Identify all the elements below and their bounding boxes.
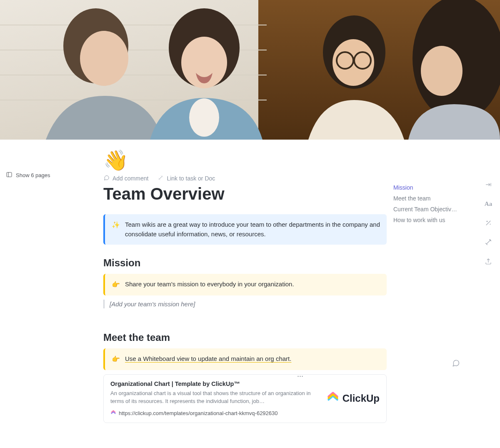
pointing-right-icon: 👉 (112, 280, 120, 290)
template-button[interactable] (483, 237, 493, 247)
bookmark-card[interactable]: Organizational Chart | Template by Click… (103, 374, 387, 423)
main-content: 👋 Add comment Link to task or Doc Team O… (103, 140, 393, 440)
cover-image (0, 0, 500, 140)
wand-icon (158, 175, 164, 182)
clickup-brand-text: ClickUp (342, 393, 380, 404)
meet-team-callout-text[interactable]: Use a Whiteboard view to update and main… (125, 354, 291, 364)
bookmark-url: https://clickup.com/templates/organizati… (119, 410, 278, 416)
comment-icon (103, 175, 110, 182)
export-button[interactable] (483, 256, 493, 266)
meet-team-callout: 👉 Use a Whiteboard view to update and ma… (103, 348, 387, 370)
bookmark-title: Organizational Chart | Template by Click… (110, 380, 319, 387)
svg-point-7 (80, 31, 128, 86)
floating-comment-button[interactable] (452, 359, 460, 369)
outline-item-meet-team[interactable]: Meet the team (393, 193, 460, 204)
show-pages-label: Show 6 pages (16, 172, 50, 178)
mission-callout-text: Share your team's mission to everybody i… (125, 280, 294, 290)
sparkles-icon: ✨ (112, 220, 120, 239)
show-pages-toggle[interactable]: Show 6 pages (6, 171, 98, 179)
right-toolbar-rail: Aa (477, 140, 500, 266)
svg-rect-17 (7, 173, 12, 177)
bookmark-description: An organizational chart is a visual tool… (110, 390, 319, 405)
typography-button[interactable]: Aa (483, 199, 493, 209)
panel-icon (6, 171, 12, 179)
collapse-width-button[interactable] (483, 180, 493, 190)
outline-item-work-with-us[interactable]: How to work with us (393, 215, 460, 225)
outline-item-mission[interactable]: Mission (393, 182, 460, 193)
outline-panel: Mission Meet the team Current Team Objec… (393, 140, 477, 225)
page-actions: Add comment Link to task or Doc (103, 175, 387, 182)
left-panel: Show 6 pages (0, 140, 103, 186)
mission-heading: Mission (103, 257, 387, 269)
mission-callout: 👉 Share your team's mission to everybody… (103, 274, 387, 295)
page-emoji[interactable]: 👋 (103, 150, 387, 170)
clickup-mark-icon (327, 391, 339, 406)
svg-point-16 (421, 46, 462, 96)
pointing-right-icon: 👉 (112, 354, 120, 364)
bookmark-more-button[interactable]: ··· (297, 372, 303, 380)
add-comment-label: Add comment (112, 175, 148, 182)
svg-point-10 (189, 98, 219, 137)
page-title: Team Overview (103, 185, 387, 203)
link-task-action[interactable]: Link to task or Doc (158, 175, 215, 182)
link-task-label: Link to task or Doc (167, 175, 215, 182)
add-comment-action[interactable]: Add comment (103, 175, 148, 182)
outline-item-objectives[interactable]: Current Team Objective… (393, 204, 460, 215)
intro-callout: ✨ Team wikis are a great way to introduc… (103, 214, 387, 245)
mission-placeholder[interactable]: [Add your team's mission here] (103, 300, 387, 308)
ai-button[interactable] (483, 218, 493, 228)
meet-team-heading: Meet the team (103, 332, 387, 343)
intro-callout-text: Team wikis are a great way to introduce … (125, 220, 380, 239)
clickup-logo: ClickUp (327, 391, 380, 406)
clickup-favicon-icon (110, 410, 116, 417)
